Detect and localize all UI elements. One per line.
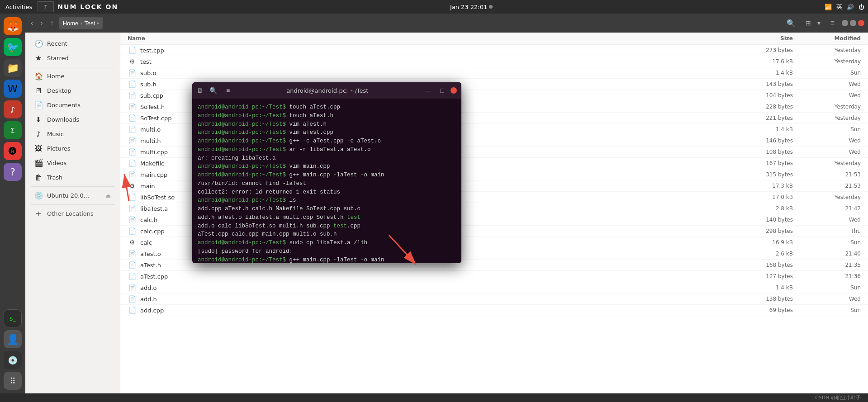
file-icon: 📄 <box>128 137 137 144</box>
file-icon: 📄 <box>128 126 137 133</box>
sidebar-item-recent[interactable]: 🕐 Recent <box>27 37 118 51</box>
file-name: add.cpp <box>140 307 734 314</box>
col-size-header[interactable]: Size <box>734 35 793 42</box>
col-modified-header[interactable]: Modified <box>793 35 861 42</box>
dock-thunderbird[interactable]: 🐦 <box>4 38 22 56</box>
file-icon: 📄 <box>128 284 137 291</box>
terminal-minimize[interactable]: — <box>422 86 434 95</box>
maximize-button[interactable] <box>850 20 856 26</box>
sidebar-item-other[interactable]: + Other Locations <box>27 207 118 221</box>
file-size: 1.4 kB <box>734 70 793 76</box>
file-modified: Yesterday <box>793 115 861 121</box>
file-icon: ⚙ <box>128 58 137 65</box>
table-row[interactable]: 📄 sub.o 1.4 kB Sun <box>120 67 868 79</box>
fm-sidebar: 🕐 Recent ★ Starred 🏠 Home 🖥 Desktop <box>25 33 120 393</box>
dock-files[interactable]: 📁 <box>4 59 22 77</box>
dock-libreoffice-writer[interactable]: W <box>4 80 22 98</box>
path-dropdown[interactable]: ▾ <box>97 21 99 26</box>
fm-toolbar: ‹ › ↑ Home › Test ▾ 🔍 ⊞ ▾ ≡ <box>25 14 868 33</box>
terminal-content[interactable]: android@android-pc:~/Test$ touch aTest.c… <box>192 99 461 263</box>
terminal-prompt: android@android-pc:~/Test$ <box>198 240 289 246</box>
back-button[interactable]: ‹ <box>29 17 35 29</box>
sidebar-label-recent: Recent <box>47 40 67 47</box>
terminal-search-button[interactable]: 🔍 <box>207 86 220 95</box>
terminal-output: add.h aTest.o libaTest.a multi.cpp SoTes… <box>198 214 360 221</box>
dock-appstore[interactable]: 🅐 <box>4 142 22 160</box>
sidebar-label-desktop: Desktop <box>47 87 71 94</box>
language-indicator[interactable]: 英 <box>836 3 842 11</box>
dock-libreoffice-calc[interactable]: Σ <box>4 121 22 139</box>
terminal-maximize[interactable]: □ <box>438 86 447 95</box>
dock-avatar[interactable]: 👤 <box>4 330 22 348</box>
table-row[interactable]: 📄 add.h 138 bytes Wed <box>120 293 868 305</box>
file-icon: 📄 <box>128 148 137 156</box>
path-home[interactable]: Home <box>63 20 79 27</box>
table-row[interactable]: 📄 add.o 1.4 kB Sun <box>120 282 868 293</box>
table-row[interactable]: 📄 test.cpp 273 bytes Yesterday <box>120 45 868 56</box>
terminal-prompt: android@android-pc:~/Test$ <box>198 172 289 178</box>
eject-icon[interactable]: ⏏ <box>106 193 111 199</box>
system-tray: 📶 英 🔊 ⏻ <box>825 3 864 11</box>
path-bar: Home › Test ▾ <box>59 17 103 29</box>
file-icon: 📄 <box>128 171 137 178</box>
terminal-command: g++ main.cpp -laTest -o main <box>289 172 384 178</box>
file-name: test <box>140 58 734 65</box>
trash-icon: 🗑 <box>34 173 43 182</box>
dock-help[interactable]: ? <box>4 163 22 181</box>
power-icon[interactable]: ⏻ <box>859 4 864 10</box>
close-button[interactable] <box>858 20 864 26</box>
minimize-button[interactable] <box>842 20 848 26</box>
file-icon: 📄 <box>128 92 137 99</box>
menu-button[interactable]: ≡ <box>827 17 838 29</box>
file-modified: Wed <box>793 92 861 99</box>
sidebar-item-music[interactable]: ♪ Music <box>27 127 118 141</box>
sidebar-item-pictures[interactable]: 🖼 Pictures <box>27 142 118 156</box>
search-button[interactable]: 🔍 <box>783 17 799 29</box>
forward-button[interactable]: › <box>38 17 44 29</box>
file-modified: 21:53 <box>793 171 861 178</box>
dock-dvd[interactable]: 💿 <box>4 351 22 369</box>
sidebar-item-downloads[interactable]: ⬇ Downloads <box>27 113 118 127</box>
sidebar-item-home[interactable]: 🏠 Home <box>27 69 118 83</box>
file-modified: Sun <box>793 70 861 76</box>
terminal-close[interactable]: ✕ <box>451 87 457 94</box>
table-row[interactable]: 📄 aTest.cpp 127 bytes 21:36 <box>120 271 868 282</box>
table-row[interactable]: 📄 add.cpp 69 bytes Sun <box>120 305 868 316</box>
terminal-taskbar-icon[interactable]: T <box>38 1 54 12</box>
file-size: 167 bytes <box>734 160 793 166</box>
show-apps-button[interactable]: ⠿ <box>4 372 22 390</box>
other-locations-icon: + <box>34 209 43 218</box>
terminal-title-icon: 🖥 <box>197 87 203 94</box>
dock-terminal[interactable]: $_ <box>4 309 22 327</box>
table-row[interactable]: ⚙ test 17.6 kB Yesterday <box>120 56 868 67</box>
sidebar-item-documents[interactable]: 📄 Documents <box>27 98 118 112</box>
activities-button[interactable]: Activities <box>4 4 34 10</box>
sidebar-item-starred[interactable]: ★ Starred <box>27 51 118 65</box>
terminal-command: vim main.cpp <box>289 163 330 170</box>
terminal-prompt: android@android-pc:~/Test$ <box>198 104 289 110</box>
volume-icon[interactable]: 🔊 <box>847 4 854 10</box>
sidebar-divider-2 <box>31 186 114 187</box>
main-area: 🦊 🐦 📁 W ♪ Σ 🅐 ? $_ 👤 💿 ⠿ ‹ › ↑ Home › Te… <box>0 14 868 393</box>
file-modified: Sun <box>793 284 861 291</box>
sidebar-item-ubuntu[interactable]: 💿 Ubuntu 20.0... ⏏ <box>27 189 118 203</box>
terminal-menu-button[interactable]: ≡ <box>223 86 232 95</box>
file-name: sub.o <box>140 70 734 76</box>
grid-view-button[interactable]: ⊞ <box>803 18 814 28</box>
sidebar-item-trash[interactable]: 🗑 Trash <box>27 170 118 184</box>
dock-music[interactable]: ♪ <box>4 100 22 118</box>
terminal-output: /usr/bin/ld: cannot find -laTest <box>198 180 306 187</box>
terminal-window: 🖥 🔍 ≡ android@android-pc: ~/Test — □ ✕ a… <box>192 82 461 263</box>
terminal-prompt: android@android-pc:~/Test$ <box>198 163 289 170</box>
col-name-header[interactable]: Name <box>128 35 734 42</box>
view-dropdown[interactable]: ▾ <box>815 18 823 28</box>
terminal-command: ar -r libaTest.a aTest.o <box>289 147 371 153</box>
terminal-line: collect2: error: ld returned 1 exit stat… <box>198 188 456 197</box>
up-button[interactable]: ↑ <box>48 17 56 29</box>
dock-firefox[interactable]: 🦊 <box>4 17 22 35</box>
sidebar-item-desktop[interactable]: 🖥 Desktop <box>27 84 118 98</box>
path-test[interactable]: Test <box>85 20 95 27</box>
ubuntu-icon: 💿 <box>34 191 43 200</box>
network-icon[interactable]: 📶 <box>825 4 832 10</box>
sidebar-item-videos[interactable]: 🎬 Videos <box>27 156 118 170</box>
